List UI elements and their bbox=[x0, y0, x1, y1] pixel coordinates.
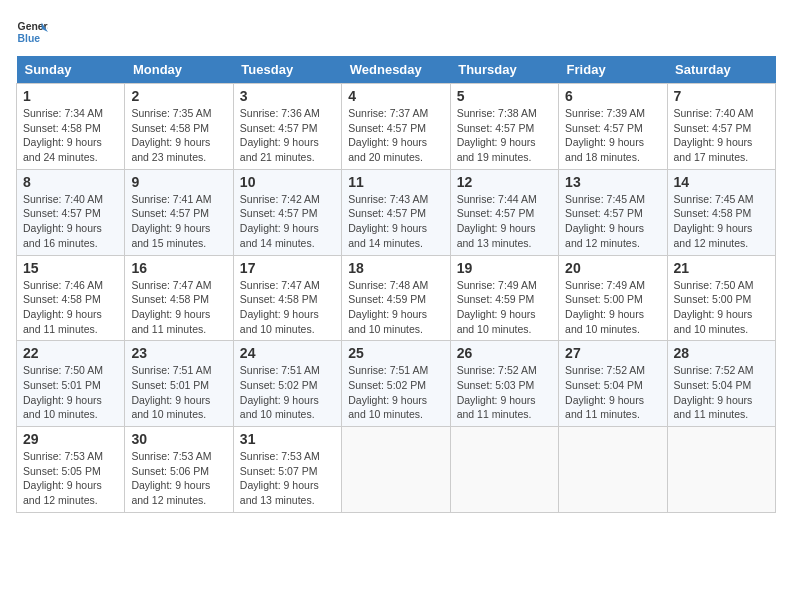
calendar-week-3: 15Sunrise: 7:46 AMSunset: 4:58 PMDayligh… bbox=[17, 255, 776, 341]
logo-icon: General Blue bbox=[16, 16, 48, 48]
day-cell-17: 17Sunrise: 7:47 AMSunset: 4:58 PMDayligh… bbox=[233, 255, 341, 341]
day-info: Sunrise: 7:53 AMSunset: 5:05 PMDaylight:… bbox=[23, 449, 118, 508]
day-info: Sunrise: 7:48 AMSunset: 4:59 PMDaylight:… bbox=[348, 278, 443, 337]
day-cell-1: 1Sunrise: 7:34 AMSunset: 4:58 PMDaylight… bbox=[17, 84, 125, 170]
day-info: Sunrise: 7:34 AMSunset: 4:58 PMDaylight:… bbox=[23, 106, 118, 165]
day-cell-22: 22Sunrise: 7:50 AMSunset: 5:01 PMDayligh… bbox=[17, 341, 125, 427]
day-info: Sunrise: 7:47 AMSunset: 4:58 PMDaylight:… bbox=[131, 278, 226, 337]
day-number: 31 bbox=[240, 431, 335, 447]
day-info: Sunrise: 7:53 AMSunset: 5:07 PMDaylight:… bbox=[240, 449, 335, 508]
day-cell-26: 26Sunrise: 7:52 AMSunset: 5:03 PMDayligh… bbox=[450, 341, 558, 427]
day-number: 14 bbox=[674, 174, 769, 190]
day-cell-9: 9Sunrise: 7:41 AMSunset: 4:57 PMDaylight… bbox=[125, 169, 233, 255]
column-header-sunday: Sunday bbox=[17, 56, 125, 84]
calendar-body: 1Sunrise: 7:34 AMSunset: 4:58 PMDaylight… bbox=[17, 84, 776, 513]
column-header-wednesday: Wednesday bbox=[342, 56, 450, 84]
day-cell-14: 14Sunrise: 7:45 AMSunset: 4:58 PMDayligh… bbox=[667, 169, 775, 255]
day-number: 29 bbox=[23, 431, 118, 447]
day-number: 28 bbox=[674, 345, 769, 361]
day-info: Sunrise: 7:44 AMSunset: 4:57 PMDaylight:… bbox=[457, 192, 552, 251]
day-number: 10 bbox=[240, 174, 335, 190]
day-info: Sunrise: 7:47 AMSunset: 4:58 PMDaylight:… bbox=[240, 278, 335, 337]
day-number: 11 bbox=[348, 174, 443, 190]
day-info: Sunrise: 7:52 AMSunset: 5:03 PMDaylight:… bbox=[457, 363, 552, 422]
day-cell-28: 28Sunrise: 7:52 AMSunset: 5:04 PMDayligh… bbox=[667, 341, 775, 427]
day-info: Sunrise: 7:50 AMSunset: 5:01 PMDaylight:… bbox=[23, 363, 118, 422]
day-cell-5: 5Sunrise: 7:38 AMSunset: 4:57 PMDaylight… bbox=[450, 84, 558, 170]
day-info: Sunrise: 7:51 AMSunset: 5:02 PMDaylight:… bbox=[348, 363, 443, 422]
day-cell-11: 11Sunrise: 7:43 AMSunset: 4:57 PMDayligh… bbox=[342, 169, 450, 255]
day-info: Sunrise: 7:51 AMSunset: 5:02 PMDaylight:… bbox=[240, 363, 335, 422]
column-header-friday: Friday bbox=[559, 56, 667, 84]
day-info: Sunrise: 7:36 AMSunset: 4:57 PMDaylight:… bbox=[240, 106, 335, 165]
day-cell-6: 6Sunrise: 7:39 AMSunset: 4:57 PMDaylight… bbox=[559, 84, 667, 170]
day-info: Sunrise: 7:43 AMSunset: 4:57 PMDaylight:… bbox=[348, 192, 443, 251]
day-info: Sunrise: 7:41 AMSunset: 4:57 PMDaylight:… bbox=[131, 192, 226, 251]
day-cell-7: 7Sunrise: 7:40 AMSunset: 4:57 PMDaylight… bbox=[667, 84, 775, 170]
day-number: 21 bbox=[674, 260, 769, 276]
day-info: Sunrise: 7:45 AMSunset: 4:58 PMDaylight:… bbox=[674, 192, 769, 251]
day-number: 1 bbox=[23, 88, 118, 104]
day-number: 24 bbox=[240, 345, 335, 361]
calendar-header-row: SundayMondayTuesdayWednesdayThursdayFrid… bbox=[17, 56, 776, 84]
day-cell-27: 27Sunrise: 7:52 AMSunset: 5:04 PMDayligh… bbox=[559, 341, 667, 427]
empty-cell bbox=[667, 427, 775, 513]
day-cell-31: 31Sunrise: 7:53 AMSunset: 5:07 PMDayligh… bbox=[233, 427, 341, 513]
header: General Blue bbox=[16, 16, 776, 48]
day-number: 19 bbox=[457, 260, 552, 276]
day-number: 20 bbox=[565, 260, 660, 276]
calendar-week-1: 1Sunrise: 7:34 AMSunset: 4:58 PMDaylight… bbox=[17, 84, 776, 170]
day-cell-25: 25Sunrise: 7:51 AMSunset: 5:02 PMDayligh… bbox=[342, 341, 450, 427]
day-number: 3 bbox=[240, 88, 335, 104]
day-info: Sunrise: 7:50 AMSunset: 5:00 PMDaylight:… bbox=[674, 278, 769, 337]
day-number: 22 bbox=[23, 345, 118, 361]
day-number: 12 bbox=[457, 174, 552, 190]
day-info: Sunrise: 7:42 AMSunset: 4:57 PMDaylight:… bbox=[240, 192, 335, 251]
empty-cell bbox=[559, 427, 667, 513]
day-cell-10: 10Sunrise: 7:42 AMSunset: 4:57 PMDayligh… bbox=[233, 169, 341, 255]
day-cell-30: 30Sunrise: 7:53 AMSunset: 5:06 PMDayligh… bbox=[125, 427, 233, 513]
day-number: 16 bbox=[131, 260, 226, 276]
day-cell-13: 13Sunrise: 7:45 AMSunset: 4:57 PMDayligh… bbox=[559, 169, 667, 255]
day-number: 30 bbox=[131, 431, 226, 447]
day-number: 7 bbox=[674, 88, 769, 104]
day-info: Sunrise: 7:45 AMSunset: 4:57 PMDaylight:… bbox=[565, 192, 660, 251]
empty-cell bbox=[342, 427, 450, 513]
day-cell-21: 21Sunrise: 7:50 AMSunset: 5:00 PMDayligh… bbox=[667, 255, 775, 341]
day-cell-19: 19Sunrise: 7:49 AMSunset: 4:59 PMDayligh… bbox=[450, 255, 558, 341]
day-info: Sunrise: 7:37 AMSunset: 4:57 PMDaylight:… bbox=[348, 106, 443, 165]
day-cell-8: 8Sunrise: 7:40 AMSunset: 4:57 PMDaylight… bbox=[17, 169, 125, 255]
day-number: 6 bbox=[565, 88, 660, 104]
day-cell-24: 24Sunrise: 7:51 AMSunset: 5:02 PMDayligh… bbox=[233, 341, 341, 427]
day-info: Sunrise: 7:52 AMSunset: 5:04 PMDaylight:… bbox=[674, 363, 769, 422]
day-number: 26 bbox=[457, 345, 552, 361]
day-number: 15 bbox=[23, 260, 118, 276]
day-number: 17 bbox=[240, 260, 335, 276]
day-cell-23: 23Sunrise: 7:51 AMSunset: 5:01 PMDayligh… bbox=[125, 341, 233, 427]
day-number: 13 bbox=[565, 174, 660, 190]
day-number: 4 bbox=[348, 88, 443, 104]
day-number: 8 bbox=[23, 174, 118, 190]
day-cell-16: 16Sunrise: 7:47 AMSunset: 4:58 PMDayligh… bbox=[125, 255, 233, 341]
day-info: Sunrise: 7:49 AMSunset: 5:00 PMDaylight:… bbox=[565, 278, 660, 337]
day-cell-3: 3Sunrise: 7:36 AMSunset: 4:57 PMDaylight… bbox=[233, 84, 341, 170]
calendar-week-5: 29Sunrise: 7:53 AMSunset: 5:05 PMDayligh… bbox=[17, 427, 776, 513]
calendar-table: SundayMondayTuesdayWednesdayThursdayFrid… bbox=[16, 56, 776, 513]
column-header-tuesday: Tuesday bbox=[233, 56, 341, 84]
day-cell-2: 2Sunrise: 7:35 AMSunset: 4:58 PMDaylight… bbox=[125, 84, 233, 170]
logo: General Blue bbox=[16, 16, 48, 48]
column-header-monday: Monday bbox=[125, 56, 233, 84]
day-cell-15: 15Sunrise: 7:46 AMSunset: 4:58 PMDayligh… bbox=[17, 255, 125, 341]
day-cell-4: 4Sunrise: 7:37 AMSunset: 4:57 PMDaylight… bbox=[342, 84, 450, 170]
day-cell-18: 18Sunrise: 7:48 AMSunset: 4:59 PMDayligh… bbox=[342, 255, 450, 341]
day-info: Sunrise: 7:46 AMSunset: 4:58 PMDaylight:… bbox=[23, 278, 118, 337]
svg-text:Blue: Blue bbox=[18, 33, 41, 44]
day-cell-20: 20Sunrise: 7:49 AMSunset: 5:00 PMDayligh… bbox=[559, 255, 667, 341]
day-number: 9 bbox=[131, 174, 226, 190]
day-number: 25 bbox=[348, 345, 443, 361]
day-info: Sunrise: 7:39 AMSunset: 4:57 PMDaylight:… bbox=[565, 106, 660, 165]
day-cell-29: 29Sunrise: 7:53 AMSunset: 5:05 PMDayligh… bbox=[17, 427, 125, 513]
day-info: Sunrise: 7:40 AMSunset: 4:57 PMDaylight:… bbox=[674, 106, 769, 165]
day-number: 5 bbox=[457, 88, 552, 104]
day-info: Sunrise: 7:38 AMSunset: 4:57 PMDaylight:… bbox=[457, 106, 552, 165]
